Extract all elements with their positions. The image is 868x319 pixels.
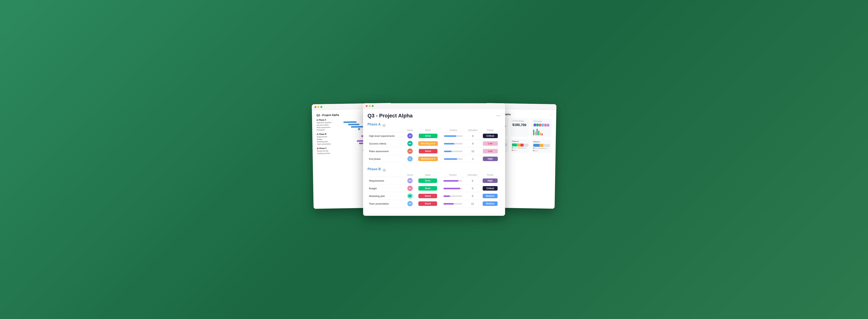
seg-empty	[505, 143, 507, 146]
page-title: Q3 - Project Alpha ···	[368, 113, 501, 119]
legend-done: Done	[512, 147, 516, 149]
task-status[interactable]: Stuck	[415, 148, 441, 155]
task-status[interactable]: Stuck	[415, 192, 440, 200]
phase-c-dot	[317, 148, 318, 149]
minimize-icon[interactable]	[369, 105, 371, 107]
task-owner: RN	[405, 177, 415, 185]
task-owner: AS	[405, 148, 415, 155]
legend-stuck: Stuck	[512, 150, 517, 151]
legend-dot	[512, 147, 513, 148]
seg-working	[540, 144, 543, 147]
col-priority: Priority	[480, 173, 501, 177]
seg-done	[533, 144, 539, 147]
legend-stuck: Stuck	[533, 150, 538, 151]
col-timeline: Timeline	[441, 128, 466, 132]
task-priority[interactable]: High	[480, 177, 501, 185]
phase-a-section: Phase A + Owner Status Timeline Estimati…	[368, 123, 501, 163]
main-titlebar	[363, 103, 505, 109]
phase-c-legend: Done Working on it Stuck	[533, 148, 550, 152]
seg-done	[512, 143, 517, 146]
task-timeline	[441, 132, 466, 140]
scene: Q3 - Project Alpha ··· Phase A High-leve…	[318, 92, 550, 227]
table-row: Risks assessment AS Stuck 12 Low	[368, 148, 501, 155]
page-title-text: Q3 - Project Alpha	[368, 113, 413, 119]
task-priority[interactable]: Medium	[480, 192, 501, 200]
phase-c-bar	[533, 144, 550, 147]
task-priority[interactable]: Critical	[480, 132, 501, 140]
close-icon[interactable]	[314, 106, 316, 108]
main-window: Q3 - Project Alpha ··· Phase A + Owner S…	[363, 103, 505, 216]
task-priority[interactable]: Critical	[480, 185, 501, 192]
task-estimation: 6	[465, 177, 480, 185]
main-content: Q3 - Project Alpha ··· Phase A + Owner S…	[363, 109, 505, 216]
phase-c-progress-card: Phase C Done Working on it	[532, 139, 551, 153]
add-phase-b-btn[interactable]: +	[382, 168, 386, 172]
budget-label: Current Budget	[513, 120, 527, 122]
legend-dot	[533, 150, 534, 151]
seg-empty	[524, 143, 528, 147]
phase-b-progress-card: Phase B Done Worki	[510, 139, 530, 153]
phase-b-progress-label: Phase B	[512, 140, 528, 142]
phase-a-dot	[316, 119, 318, 121]
col-task	[368, 128, 405, 132]
task-status[interactable]: Working on it	[415, 140, 441, 148]
legend-dot	[533, 148, 534, 149]
phase-b-bar	[512, 143, 528, 147]
team-bar-chart	[533, 128, 550, 135]
task-status[interactable]: Done	[415, 177, 440, 185]
budget-card: Current Budget $180,700	[510, 118, 529, 137]
maximize-icon[interactable]	[320, 106, 322, 108]
more-btn[interactable]: ···	[496, 113, 500, 119]
task-priority[interactable]: High	[480, 155, 501, 163]
gantt-bar	[348, 124, 359, 125]
task-owner: MK	[405, 140, 415, 148]
task-timeline	[441, 148, 466, 155]
task-status[interactable]: Done	[415, 132, 441, 140]
bar	[539, 132, 541, 135]
task-status[interactable]: Working on it	[415, 155, 441, 163]
avatar	[546, 123, 550, 127]
bar	[538, 130, 539, 135]
task-timeline	[440, 200, 465, 208]
phase-c-progress-label: Phase C	[533, 141, 550, 143]
task-estimation: 12	[465, 200, 480, 208]
legend-dot	[518, 147, 518, 148]
legend-dot	[512, 150, 513, 151]
bar	[535, 131, 536, 135]
maximize-icon[interactable]	[372, 105, 374, 107]
phase-b-section: Phase B + Owner Status Timeline Estimati…	[368, 167, 501, 208]
close-icon[interactable]	[366, 105, 368, 107]
col-owner: Owner	[405, 128, 415, 132]
task-estimation: 9	[465, 192, 480, 200]
gantt-title-text: Q3 - Project Alpha	[316, 113, 339, 117]
task-estimation: 2	[466, 155, 480, 163]
task-priority[interactable]: Low	[480, 140, 501, 148]
team-tasks-card: Team tasks	[531, 118, 552, 137]
col-estimation: Estimation	[466, 128, 480, 132]
task-owner: TL	[405, 155, 415, 163]
team-tasks-label: Team tasks	[533, 120, 550, 123]
table-row: End phase TL Working on it 2 High	[368, 155, 501, 163]
dash-more-btn[interactable]: ···	[550, 114, 552, 116]
table-row: High-level requirements JD Done 6 Critic…	[368, 132, 501, 140]
task-name: Marketing plan	[368, 192, 405, 200]
col-status: Status	[415, 173, 440, 177]
task-timeline	[441, 155, 466, 163]
task-name: Requirements	[368, 177, 405, 185]
add-phase-a-btn[interactable]: +	[382, 124, 386, 127]
phase-b-table: Owner Status Timeline Estimation Priorit…	[368, 173, 501, 208]
task-name: Risks assessment	[368, 148, 405, 155]
task-status[interactable]: Done	[415, 185, 440, 192]
minimize-icon[interactable]	[317, 106, 319, 108]
seg-stuck	[520, 143, 523, 147]
col-timeline: Timeline	[440, 173, 465, 177]
gantt-diamond	[358, 128, 360, 130]
task-priority[interactable]: Low	[480, 148, 501, 155]
col-owner: Owner	[405, 173, 415, 177]
task-timeline	[440, 177, 465, 185]
gantt-bar	[343, 121, 356, 123]
seg-working	[517, 143, 520, 146]
task-priority[interactable]: Medium	[480, 200, 501, 208]
table-row: Success criteria MK Working on it 9 Low	[368, 140, 501, 148]
task-status[interactable]: Stuck	[415, 200, 440, 208]
